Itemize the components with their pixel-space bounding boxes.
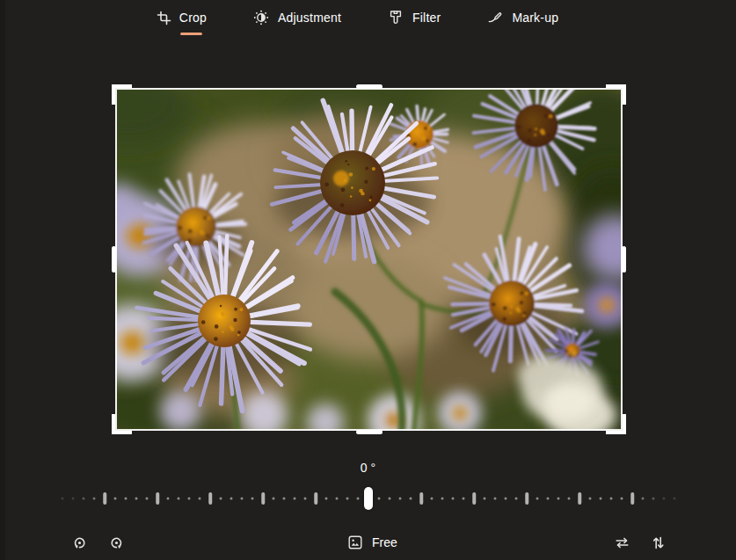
slider-tick [325,498,328,500]
rotation-value: 0 ° [0,461,736,475]
photo-crop-area[interactable] [115,88,623,431]
tab-label: Filter [412,11,441,25]
crop-handle-top-left[interactable] [112,84,132,105]
aspect-ratio-label: Free [372,535,397,549]
markup-icon [486,9,504,26]
slider-tick [241,498,244,500]
slider-tick [378,498,381,500]
slider-tick [600,498,602,500]
tab-label: Crop [179,11,207,25]
flip-vertical-button[interactable] [644,528,672,556]
slider-tick [410,498,412,500]
selected-tab-underline [180,33,202,35]
slider-tick [389,498,391,500]
crop-icon [157,11,171,25]
crop-handle-bottom-right[interactable] [606,414,626,434]
tab-filter[interactable]: Filter [387,4,441,31]
slider-tick [230,498,233,500]
slider-tick [125,498,128,500]
slider-tick [273,498,275,500]
slider-tick [589,498,592,500]
slider-tick [621,498,623,500]
aspect-ratio-icon [346,534,364,551]
slider-tick [674,498,676,500]
slider-tick [199,498,201,500]
photo-editor-window: Crop Adjustment [0,0,736,560]
aspect-ratio-button[interactable]: Free [341,528,403,556]
crop-handle-top-right[interactable] [606,84,626,105]
slider-tick [484,498,486,500]
slider-tick [188,498,191,500]
slider-tick [346,498,349,500]
crop-handle-top[interactable] [356,84,383,89]
tab-label: Adjustment [278,11,341,25]
slider-tick [357,498,360,500]
slider-tick [146,498,149,500]
slider-tick [83,498,85,500]
slider-tick [135,498,138,500]
slider-tick [62,498,64,500]
filter-icon [387,9,404,26]
rotation-slider[interactable] [60,485,677,512]
window-edge-shade [0,0,5,560]
slider-tick [103,492,106,505]
slider-tick [261,492,265,505]
slider-tick [463,498,465,500]
rotate-right-icon [107,534,126,552]
photo-scene [115,88,623,431]
editor-tab-bar: Crop Adjustment [0,0,736,35]
slider-tick [642,498,645,500]
slider-tick [536,498,539,500]
slider-tick [294,498,296,500]
slider-tick [557,498,560,500]
slider-tick [630,492,634,505]
crop-handle-right[interactable] [622,246,626,273]
flip-vertical-icon [649,534,667,552]
slider-tick [547,498,550,500]
slider-tick [220,498,222,500]
slider-tick [314,492,317,505]
tab-markup[interactable]: Mark-up [486,4,558,31]
slider-tick [304,498,307,500]
slider-tick [167,498,170,500]
flip-horizontal-button[interactable] [608,528,636,556]
slider-tick [568,498,571,500]
slider-tick [93,498,96,500]
rotate-left-button[interactable] [65,528,93,556]
slider-tick [283,498,286,500]
flip-horizontal-icon [613,534,631,552]
crop-handle-left[interactable] [112,246,116,273]
slider-tick [663,498,666,500]
slider-tick [441,498,444,500]
slider-tick [114,498,117,500]
slider-tick [494,498,497,500]
tab-adjustment[interactable]: Adjustment [252,4,341,31]
crop-handle-bottom-left[interactable] [112,414,132,434]
slider-tick [578,492,581,505]
slider-tick [525,492,528,505]
tab-crop[interactable]: Crop [157,4,207,31]
slider-tick [399,498,402,500]
slider-tick [208,492,212,505]
photo [115,88,623,431]
slider-tick [72,498,75,500]
slider-tick [472,492,476,505]
slider-tick [251,498,254,500]
slider-tick [515,498,518,500]
slider-tick [419,492,423,505]
rotate-left-icon [70,534,89,552]
rotate-right-button[interactable] [102,528,130,556]
slider-tick [610,498,613,500]
slider-tick [505,498,507,500]
slider-tick [652,498,655,500]
crop-handle-bottom[interactable] [356,430,383,434]
tab-label: Mark-up [512,11,558,25]
slider-tick [431,498,434,500]
adjustment-icon [252,9,270,26]
slider-tick [336,498,339,500]
slider-tick [452,498,455,500]
slider-tick [156,492,159,505]
slider-thumb[interactable] [364,487,373,510]
slider-tick [178,498,180,500]
